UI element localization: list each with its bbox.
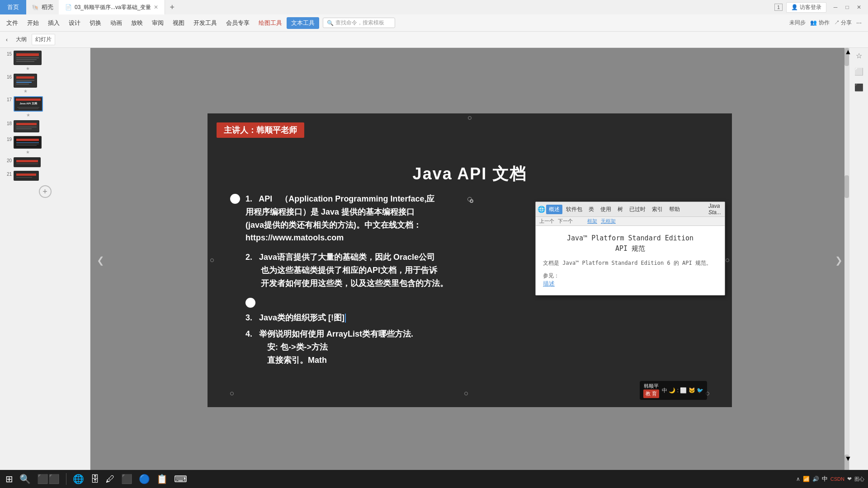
slide-title: Java API 文档 (208, 163, 732, 185)
tray-text: 图心 (854, 476, 864, 483)
slide-num-21: 21 (3, 171, 12, 177)
more-icon[interactable]: ⋯ (856, 20, 862, 26)
popup-java-label: JavaSta... (708, 203, 723, 216)
slide-panel: 15 ★ 16 (0, 48, 90, 473)
slide-item-21[interactable]: 21 (3, 171, 87, 182)
slide-item-17[interactable]: 17 Java API 文档 ★ (3, 96, 87, 117)
popup-menu-overview[interactable]: 概述 (546, 205, 562, 214)
slide-item-19[interactable]: 19 ★ (3, 136, 87, 155)
tab-add-btn[interactable]: + (165, 0, 179, 14)
menu-animate[interactable]: 动画 (106, 17, 127, 29)
menu-text[interactable]: 文本工具 (287, 17, 319, 29)
slide-next-btn[interactable]: ❯ (831, 251, 846, 269)
word-btn[interactable]: 🖊 (104, 472, 117, 486)
slide-thumb-19[interactable] (14, 136, 42, 149)
rpanel-layout[interactable]: ⬛ (854, 83, 863, 92)
popup-menu-class[interactable]: 类 (586, 205, 597, 214)
slide-thumb-20[interactable] (14, 157, 41, 167)
popup-content: Java™ Platform Standard Edition API 规范 文… (536, 226, 725, 295)
slide-item-15[interactable]: 15 ★ (3, 51, 87, 71)
menu-review[interactable]: 审阅 (147, 17, 168, 29)
tray-arrow[interactable]: ∧ (796, 476, 800, 482)
visit-login-btn[interactable]: 👤 访客登录 (786, 2, 826, 13)
slide-star-17: ★ (26, 113, 30, 117)
slide-thumb-17[interactable]: Java API 文档 (14, 96, 43, 112)
menu-insert[interactable]: 插入 (43, 17, 64, 29)
popup-menu-package[interactable]: 软件包 (563, 205, 585, 214)
slide-canvas[interactable]: 主讲人：韩顺平老师 Java API 文档 1. API （Applicatio… (208, 113, 732, 407)
share-btn[interactable]: ↗ 分享 (834, 19, 852, 27)
tab-home[interactable]: 首页 (0, 0, 26, 14)
popup-prev[interactable]: 上一个 (539, 218, 554, 225)
popup-menu-deprecated[interactable]: 已过时 (627, 205, 648, 214)
right-panel: ☆ ⬜ ⬛ (849, 48, 868, 473)
search-taskbar-btn[interactable]: 🔍 (18, 472, 33, 486)
slides-tab[interactable]: 幻灯片 (32, 34, 55, 45)
vscroll-up[interactable]: ▲ (844, 48, 849, 66)
slide-thumb-18[interactable] (14, 120, 39, 132)
keyboard-btn[interactable]: ⌨ (172, 472, 189, 486)
tray-network[interactable]: 📶 (803, 476, 810, 482)
presenter-tag: 主讲人：韩顺平老师 (217, 122, 304, 138)
search-box[interactable]: 🔍 查找命令，搜索模板 (323, 18, 395, 28)
vscroll-thumb[interactable] (844, 175, 849, 198)
menu-vip[interactable]: 会员专享 (222, 17, 254, 29)
close-btn[interactable]: ✕ (854, 2, 864, 13)
menu-right: 未同步 👥 协作 ↗ 分享 ⋯ (789, 19, 866, 27)
popup-menu-help[interactable]: 帮助 (666, 205, 683, 214)
tray-sound[interactable]: 🔊 (812, 476, 819, 482)
collab-btn[interactable]: 👥 协作 (810, 19, 829, 27)
slide-thumb-21[interactable] (14, 171, 39, 181)
menu-start[interactable]: 开始 (23, 17, 43, 29)
slide-item-16[interactable]: 16 ★ (3, 74, 87, 94)
menu-design[interactable]: 设计 (64, 17, 85, 29)
edge-btn[interactable]: 🌐 (71, 472, 86, 486)
taskview-btn[interactable]: ⬛⬛ (35, 472, 61, 486)
menu-switch[interactable]: 切换 (85, 17, 106, 29)
terminal-btn[interactable]: ⬛ (119, 472, 134, 486)
search-placeholder: 查找命令，搜索模板 (335, 19, 384, 27)
slide-num-15: 15 (3, 51, 12, 56)
popup-see-link[interactable]: 描述 (543, 280, 555, 287)
menu-devtools[interactable]: 开发工具 (189, 17, 222, 29)
slide-num-17: 17 (3, 96, 12, 102)
slide-item-20[interactable]: 20 (3, 157, 87, 168)
rpanel-frame[interactable]: ⬜ (854, 67, 863, 76)
popup-menu-use[interactable]: 使用 (598, 205, 614, 214)
sidebar-nav-left[interactable]: ‹ (3, 35, 11, 44)
minimize-btn[interactable]: ─ (830, 2, 841, 13)
watermark-name: 韩顺平 (644, 383, 659, 389)
popup-see: 参见： 描述 (543, 272, 717, 288)
popup-frame[interactable]: 框架 (587, 218, 597, 225)
ribbon: ‹ 大纲 幻灯片 (0, 32, 868, 48)
add-slide-btn[interactable]: + (39, 185, 52, 198)
popup-noframe[interactable]: 无框架 (601, 218, 616, 225)
sync-status[interactable]: 未同步 (789, 19, 806, 27)
popup-menu-index[interactable]: 索引 (649, 205, 665, 214)
popup-menu-tree[interactable]: 树 (615, 205, 626, 214)
slide-thumb-16[interactable] (14, 74, 37, 88)
clipboard-btn[interactable]: 📋 (155, 472, 170, 486)
tab-file[interactable]: 📄 03_韩顺平循序...va零基础_变量 ✕ (59, 0, 165, 14)
rpanel-star[interactable]: ☆ (856, 52, 862, 60)
file-label: 03_韩顺平循序...va零基础_变量 (75, 4, 151, 11)
popup-next[interactable]: 下一个 (558, 218, 573, 225)
menu-present[interactable]: 放映 (127, 17, 147, 29)
menu-draw[interactable]: 绘图工具 (254, 17, 287, 29)
window-controls: ─ □ ✕ (830, 2, 864, 13)
slide-thumb-15[interactable] (14, 51, 42, 65)
tab-draft[interactable]: 🐚 稻壳 (26, 0, 59, 14)
chrome-btn[interactable]: 🔵 (137, 472, 152, 486)
slide-num-16: 16 (3, 74, 12, 80)
menu-file[interactable]: 文件 (2, 17, 23, 29)
menu-view[interactable]: 视图 (168, 17, 189, 29)
maximize-btn[interactable]: □ (842, 2, 853, 13)
explorer-btn[interactable]: 🗄 (89, 472, 101, 486)
slide-prev-btn[interactable]: ❮ (93, 251, 108, 269)
tab-close-icon[interactable]: ✕ (154, 4, 158, 10)
draft-label: 稻壳 (42, 3, 53, 11)
start-btn[interactable]: ⊞ (4, 472, 15, 486)
outline-tab[interactable]: 大纲 (13, 34, 30, 45)
slide-item-18[interactable]: 18 (3, 120, 87, 133)
ime-mode[interactable]: 中 (822, 475, 828, 483)
